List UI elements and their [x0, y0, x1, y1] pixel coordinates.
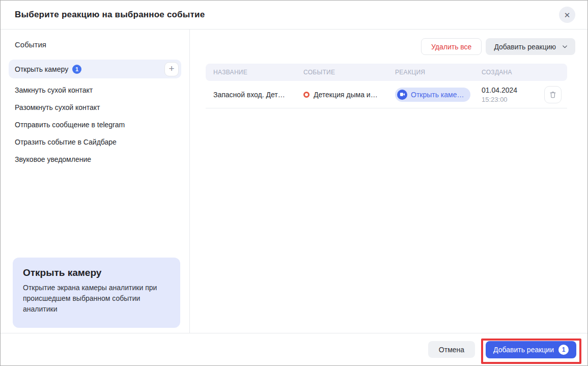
row-name: Запасной вход. Дет…: [213, 91, 303, 99]
add-reaction-dropdown-button[interactable]: Добавить реакцию: [486, 38, 575, 55]
reaction-chip: Открыть каме…: [395, 88, 470, 102]
cancel-button[interactable]: Отмена: [428, 341, 475, 358]
sidebar-item-open-camera[interactable]: Открыть камеру 1 +: [9, 60, 181, 78]
created-time: 15:23:00: [482, 96, 544, 103]
event-info-title: Открыть камеру: [23, 267, 170, 278]
row-actions: [544, 86, 568, 103]
sidebar-heading: События: [15, 40, 189, 49]
created-date: 01.04.2024: [482, 86, 544, 94]
row-event: Детекция дыма и…: [303, 91, 395, 99]
submit-label: Добавить реакции: [493, 346, 554, 354]
camera-icon: [397, 90, 407, 100]
sidebar-item-sidebar-event[interactable]: Отразить событие в Сайдбаре: [1, 133, 189, 151]
reaction-chip-label: Открыть каме…: [411, 91, 464, 99]
count-badge: 1: [72, 65, 81, 74]
delete-all-button[interactable]: Удалить все: [421, 38, 482, 55]
event-marker-icon: [303, 92, 310, 98]
reactions-toolbar: Удалить все Добавить реакцию: [421, 38, 575, 55]
trash-icon: [549, 91, 557, 99]
row-event-label: Детекция дыма и…: [314, 91, 378, 99]
sidebar-item-open-dry-contact[interactable]: Разомкнуть сухой контакт: [1, 99, 189, 116]
chevron-down-icon: [562, 43, 568, 50]
row-created: 01.04.2024 15:23:00: [482, 86, 544, 103]
add-reactions-submit-button[interactable]: Добавить реакции 1: [486, 341, 576, 358]
event-info-description: Открытие экрана камеры аналитики при про…: [23, 283, 170, 315]
close-icon: ✕: [564, 11, 571, 19]
plus-icon: +: [169, 64, 174, 73]
delete-row-button[interactable]: [544, 86, 562, 103]
submit-count-badge: 1: [558, 345, 569, 355]
table-row: Запасной вход. Дет… Детекция дыма и… Отк…: [206, 81, 567, 108]
event-info-card: Открыть камеру Открытие экрана камеры ан…: [13, 258, 180, 328]
sidebar-item-sound-notification[interactable]: Звуковое уведомление: [1, 151, 189, 168]
table-header-row: НАЗВАНИЕ СОБЫТИЕ РЕАКЦИЯ СОЗДАНА: [206, 64, 567, 81]
sidebar-item-close-dry-contact[interactable]: Замкнуть сухой контакт: [1, 81, 189, 99]
row-reaction: Открыть каме…: [395, 88, 482, 102]
column-header-created: СОЗДАНА: [482, 69, 544, 76]
reaction-dialog: Выберите реакцию на выбранное событие ✕ …: [0, 0, 588, 366]
close-button[interactable]: ✕: [559, 7, 575, 23]
event-list: Замкнуть сухой контакт Разомкнуть сухой …: [1, 81, 189, 168]
add-event-button[interactable]: +: [164, 62, 179, 76]
sidebar-item-telegram-message[interactable]: Отправить сообщение в telegram: [1, 116, 189, 133]
dialog-footer: Отмена Добавить реакции 1: [1, 333, 587, 365]
dialog-title: Выберите реакцию на выбранное событие: [15, 10, 205, 20]
reactions-panel: Удалить все Добавить реакцию НАЗВАНИЕ СО…: [190, 30, 587, 333]
column-header-name: НАЗВАНИЕ: [213, 69, 303, 76]
add-reaction-label: Добавить реакцию: [494, 43, 556, 51]
dialog-header: Выберите реакцию на выбранное событие ✕: [1, 1, 587, 30]
column-header-event: СОБЫТИЕ: [303, 69, 395, 76]
sidebar-item-label: Открыть камеру: [15, 65, 68, 73]
events-sidebar: События Открыть камеру 1 + Замкнуть сухо…: [1, 30, 190, 333]
column-header-reaction: РЕАКЦИЯ: [395, 69, 482, 76]
